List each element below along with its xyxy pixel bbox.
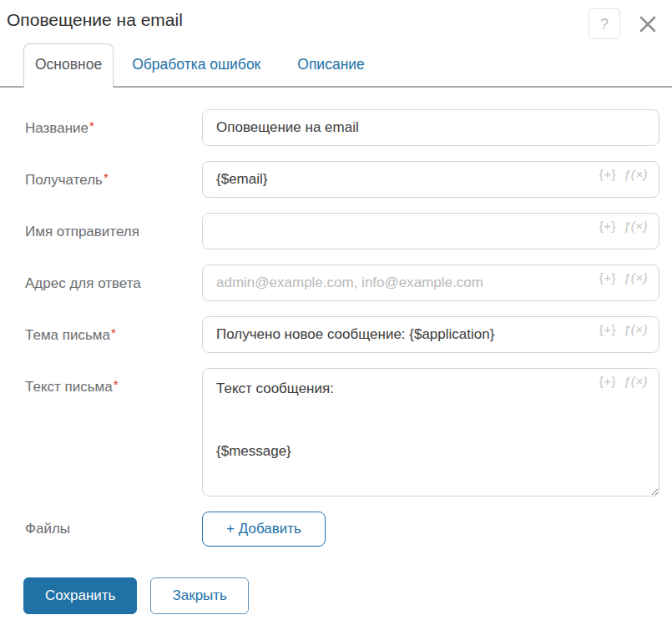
tab-main[interactable]: Основное	[23, 43, 114, 88]
insert-variable-icon[interactable]: {+}	[599, 219, 616, 232]
variable-icons: {+} ƒ(×)	[599, 375, 648, 387]
insert-variable-icon[interactable]: {+}	[599, 375, 616, 387]
form-row-body: Текст письма* Текст сообщения: {$message…	[25, 368, 659, 497]
insert-variable-icon[interactable]: {+}	[599, 271, 616, 284]
main-tab-form: Название* Получатель* {+} ƒ(×) Имя отпра…	[0, 88, 672, 547]
label-text: Текст письма	[25, 379, 113, 395]
sender-name-input[interactable]	[202, 213, 659, 250]
subject-input[interactable]	[202, 316, 659, 353]
body-label: Текст письма*	[25, 368, 202, 497]
header-actions: ?	[589, 8, 660, 39]
save-button[interactable]: Сохранить	[23, 577, 137, 614]
function-icon[interactable]: ƒ(×)	[624, 271, 648, 284]
recipient-field-wrap: {+} ƒ(×)	[202, 161, 659, 198]
files-label: Файлы	[25, 512, 202, 547]
name-label: Название*	[25, 109, 202, 146]
form-row-subject: Тема письма* {+} ƒ(×)	[25, 316, 659, 353]
reply-address-input[interactable]	[202, 265, 659, 301]
label-text: Файлы	[25, 521, 70, 537]
variable-icons: {+} ƒ(×)	[599, 271, 648, 284]
close-icon[interactable]	[635, 12, 660, 37]
label-text: Адрес для ответа	[25, 275, 141, 291]
body-textarea[interactable]: Текст сообщения: {$message}	[202, 368, 659, 497]
label-text: Имя отправителя	[25, 224, 139, 239]
reply-address-field-wrap: {+} ƒ(×)	[202, 265, 659, 301]
required-asterisk: *	[89, 118, 94, 133]
sender-name-label: Имя отправителя	[25, 213, 202, 250]
tab-error-handling[interactable]: Обработка ошибок	[114, 44, 279, 86]
form-row-recipient: Получатель* {+} ƒ(×)	[25, 161, 659, 198]
label-text: Тема письма	[25, 327, 110, 343]
form-row-files: Файлы + Добавить	[25, 512, 659, 547]
name-input[interactable]	[202, 109, 659, 146]
subject-label: Тема письма*	[25, 316, 202, 353]
subject-field-wrap: {+} ƒ(×)	[202, 316, 659, 353]
close-button[interactable]: Закрыть	[150, 577, 248, 614]
body-field-wrap: Текст сообщения: {$message} {+} ƒ(×)	[202, 368, 659, 497]
dialog-header: Оповещение на email ?	[0, 0, 672, 39]
function-icon[interactable]: ƒ(×)	[624, 168, 648, 180]
recipient-label: Получатель*	[25, 161, 202, 198]
function-icon[interactable]: ƒ(×)	[624, 375, 648, 387]
function-icon[interactable]: ƒ(×)	[624, 219, 648, 232]
dialog-footer: Сохранить Закрыть	[0, 562, 672, 614]
function-icon[interactable]: ƒ(×)	[624, 323, 648, 335]
form-row-sender-name: Имя отправителя {+} ƒ(×)	[25, 213, 659, 250]
name-field-wrap	[202, 109, 659, 146]
x-icon-glyph	[637, 13, 659, 35]
label-text: Получатель	[25, 172, 103, 188]
email-notification-dialog: Оповещение на email ? Основное Обработка…	[0, 0, 672, 620]
required-asterisk: *	[111, 325, 116, 340]
sender-name-field-wrap: {+} ƒ(×)	[202, 213, 659, 250]
dialog-title: Оповещение на email	[7, 8, 183, 30]
variable-icons: {+} ƒ(×)	[599, 323, 648, 335]
form-row-name: Название*	[25, 109, 659, 146]
files-field-wrap: + Добавить	[202, 512, 659, 547]
reply-address-label: Адрес для ответа	[25, 265, 202, 301]
add-file-button[interactable]: + Добавить	[202, 512, 326, 547]
recipient-input[interactable]	[202, 161, 659, 198]
tab-description[interactable]: Описание	[279, 44, 383, 86]
required-asterisk: *	[104, 170, 109, 184]
form-row-reply-address: Адрес для ответа {+} ƒ(×)	[25, 265, 659, 301]
variable-icons: {+} ƒ(×)	[599, 168, 648, 180]
insert-variable-icon[interactable]: {+}	[599, 323, 616, 335]
tab-bar: Основное Обработка ошибок Описание	[0, 43, 672, 88]
required-asterisk: *	[114, 377, 119, 391]
variable-icons: {+} ƒ(×)	[599, 219, 648, 232]
help-button[interactable]: ?	[589, 8, 620, 39]
insert-variable-icon[interactable]: {+}	[599, 168, 616, 180]
question-mark-icon: ?	[600, 17, 609, 32]
label-text: Название	[25, 120, 88, 136]
